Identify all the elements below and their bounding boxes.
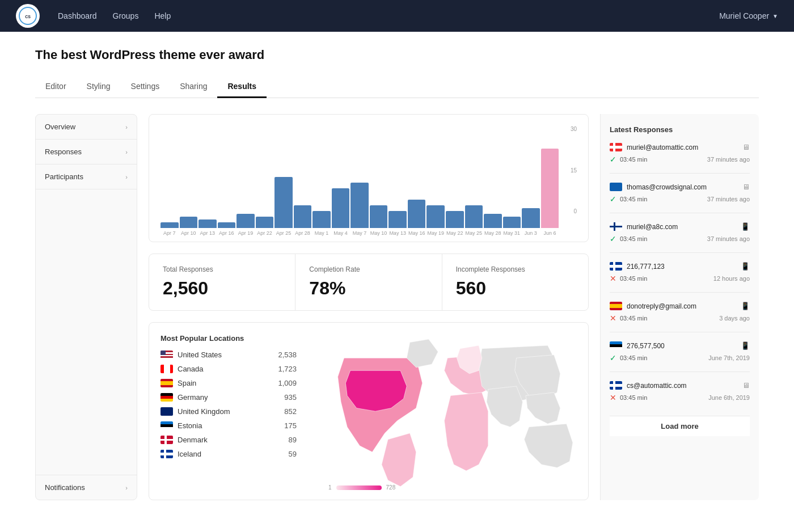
bar-group xyxy=(465,205,483,228)
stat-total: Total Responses 2,560 xyxy=(149,254,295,310)
x-label: May 19 xyxy=(426,230,445,236)
x-label: Apr 19 xyxy=(236,230,255,236)
location-count: 935 xyxy=(284,393,297,402)
bar-group xyxy=(180,217,198,228)
bar-group xyxy=(541,149,559,228)
flag-fi xyxy=(610,222,622,231)
latest-responses-panel: Latest Responses muriel@automattic.com 🖥… xyxy=(600,114,759,500)
sidebar-item-overview[interactable]: Overview › xyxy=(36,115,137,140)
bar-group xyxy=(294,205,312,228)
response-header: 216,777,123 📱 xyxy=(610,262,750,271)
location-row: Iceland 59 xyxy=(161,450,297,458)
bar-group xyxy=(274,177,293,228)
nav-dashboard[interactable]: Dashboard xyxy=(58,11,97,20)
lower-section: Most Popular Locations United States 2,5… xyxy=(149,322,589,500)
response-meta: ✕ 03:45 min June 6th, 2019 xyxy=(610,393,750,402)
response-duration: 03:45 min xyxy=(620,275,647,282)
response-email: 276,577,500 xyxy=(627,342,665,350)
location-name: Spain xyxy=(178,379,273,387)
flag-es xyxy=(610,302,622,310)
navbar-links: Dashboard Groups Help xyxy=(58,11,701,20)
x-label: May 25 xyxy=(465,230,483,236)
response-email: muriel@a8c.com xyxy=(627,223,678,231)
y-label-15: 15 xyxy=(571,167,577,174)
chart-box: 30 15 0 Apr 7Apr 10Apr 13Apr 16Apr 19Apr… xyxy=(149,114,589,242)
bar-group xyxy=(503,217,521,228)
navbar: CS Dashboard Groups Help Muriel Cooper ▼ xyxy=(0,0,794,32)
response-time-row: ✕ 03:45 min xyxy=(610,314,647,323)
chevron-right-icon: › xyxy=(125,484,128,491)
load-more-button[interactable]: Load more xyxy=(610,416,750,436)
flag-de xyxy=(161,393,173,402)
response-item: donotreply@gmail.com 📱 ✕ 03:45 min 3 day… xyxy=(610,302,750,332)
logo[interactable]: CS xyxy=(16,4,40,28)
sidebar: Overview › Responses › Participants › No… xyxy=(35,114,137,500)
response-email: thomas@crowdsignal.com xyxy=(627,183,707,191)
bar-group xyxy=(522,208,540,228)
bar-group xyxy=(332,188,350,228)
tab-settings[interactable]: Settings xyxy=(121,76,170,98)
user-menu[interactable]: Muriel Cooper ▼ xyxy=(719,11,778,20)
sidebar-item-notifications[interactable]: Notifications › xyxy=(36,475,137,500)
x-label: May 4 xyxy=(332,230,350,236)
location-count: 1,009 xyxy=(278,379,297,387)
stat-completion: Completion Rate 78% xyxy=(295,254,442,310)
response-email: cs@automattic.com xyxy=(627,382,687,390)
tab-sharing[interactable]: Sharing xyxy=(170,76,217,98)
flag-is xyxy=(161,450,173,458)
nav-groups[interactable]: Groups xyxy=(113,11,139,20)
tab-styling[interactable]: Styling xyxy=(77,76,121,98)
location-name: Denmark xyxy=(178,436,284,444)
responses-list: muriel@automattic.com 🖥 ✓ 03:45 min 37 m… xyxy=(610,143,750,411)
tab-results[interactable]: Results xyxy=(217,76,267,98)
response-time-row: ✓ 03:45 min xyxy=(610,155,647,164)
x-label: Apr 16 xyxy=(218,230,236,236)
bar-group xyxy=(426,205,445,228)
response-header: muriel@a8c.com 📱 xyxy=(610,222,750,231)
response-time-row: ✓ 03:45 min xyxy=(610,195,647,204)
location-name: United States xyxy=(178,351,273,359)
response-time-ago: June 7th, 2019 xyxy=(708,354,750,361)
bar xyxy=(465,205,483,228)
sidebar-item-participants-label: Participants xyxy=(45,172,83,181)
locations-panel: Most Popular Locations United States 2,5… xyxy=(149,323,308,500)
y-label-30: 30 xyxy=(571,126,577,132)
location-row: Spain 1,009 xyxy=(161,379,297,387)
response-time-row: ✕ 03:45 min xyxy=(610,393,647,402)
x-label: May 1 xyxy=(312,230,331,236)
bar xyxy=(236,214,255,228)
location-row: United States 2,538 xyxy=(161,351,297,359)
user-name: Muriel Cooper xyxy=(719,11,769,20)
device-icon: 📱 xyxy=(741,302,750,310)
x-icon: ✕ xyxy=(610,314,616,323)
response-time-ago: June 6th, 2019 xyxy=(708,394,750,401)
world-map-svg xyxy=(328,332,579,491)
sidebar-item-participants[interactable]: Participants › xyxy=(36,164,137,189)
bar-group xyxy=(198,219,217,228)
stat-incomplete-value: 560 xyxy=(456,278,575,299)
location-name: Germany xyxy=(178,393,280,402)
x-label: Apr 7 xyxy=(161,230,179,236)
response-item: 276,577,500 📱 ✓ 03:45 min June 7th, 2019 xyxy=(610,341,750,372)
map-panel: 1 728 xyxy=(319,323,588,500)
flag-no xyxy=(610,143,622,151)
response-meta: ✓ 03:45 min 37 minutes ago xyxy=(610,234,750,243)
bar xyxy=(198,219,217,228)
chevron-right-icon: › xyxy=(125,174,128,180)
response-email-row: thomas@crowdsignal.com xyxy=(610,183,707,191)
response-email-row: cs@automattic.com xyxy=(610,381,687,390)
location-count: 175 xyxy=(284,421,297,430)
bar xyxy=(522,208,540,228)
nav-help[interactable]: Help xyxy=(154,11,171,20)
location-row: Canada 1,723 xyxy=(161,365,297,373)
tabs-bar: Editor Styling Settings Sharing Results xyxy=(35,76,759,98)
flag-ee xyxy=(610,341,622,350)
response-email-row: donotreply@gmail.com xyxy=(610,302,696,310)
stat-completion-value: 78% xyxy=(309,278,428,299)
sidebar-item-responses[interactable]: Responses › xyxy=(36,140,137,164)
x-label: May 16 xyxy=(408,230,426,236)
chevron-right-icon: › xyxy=(125,149,128,155)
tab-editor[interactable]: Editor xyxy=(35,76,77,98)
response-email: muriel@automattic.com xyxy=(627,143,698,151)
legend-max: 728 xyxy=(386,484,396,491)
